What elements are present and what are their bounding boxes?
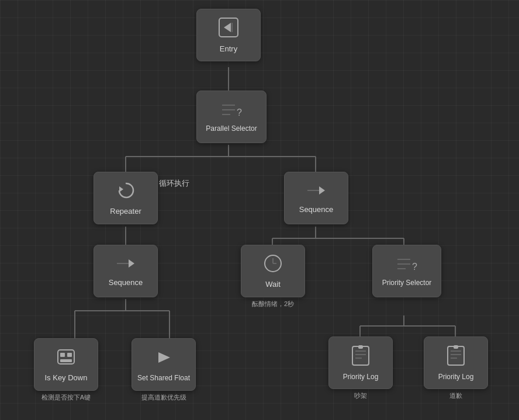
repeater-label: Repeater	[110, 207, 141, 216]
priority-log-2-icon	[447, 345, 465, 369]
set-shared-float-box[interactable]: Set Shared Float	[132, 338, 196, 391]
priority-selector-box[interactable]: ? Priority Selector	[372, 245, 441, 297]
priority-selector-label: Priority Selector	[382, 279, 432, 287]
priority-log-1-label: Priority Log	[343, 373, 379, 381]
parallel-selector-icon: ?	[221, 102, 242, 121]
repeater-node: Repeater	[94, 172, 158, 224]
priority-selector-node: ? Priority Selector	[372, 245, 441, 297]
entry-node: Entry	[196, 9, 261, 61]
is-key-down-icon	[56, 347, 76, 370]
priority-log-2-label: Priority Log	[438, 373, 474, 381]
wait-icon	[263, 254, 283, 276]
priority-log-1-box[interactable]: Priority Log	[328, 336, 393, 389]
set-shared-float-icon	[154, 348, 174, 370]
svg-rect-50	[358, 345, 363, 349]
is-key-down-node: Is Key Down 检测是否按下A键	[34, 338, 98, 402]
wait-label: Wait	[265, 280, 281, 289]
svg-text:?: ?	[237, 107, 242, 117]
sequence-right-label: Sequence	[299, 205, 334, 214]
entry-icon	[218, 17, 239, 41]
priority-log-2-sublabel: 道歉	[449, 391, 462, 400]
repeater-box[interactable]: Repeater	[94, 172, 158, 224]
entry-label: Entry	[220, 44, 237, 53]
svg-marker-23	[224, 23, 231, 32]
repeater-icon	[116, 181, 136, 203]
is-key-down-box[interactable]: Is Key Down	[34, 338, 98, 391]
svg-rect-51	[448, 346, 464, 365]
wait-box[interactable]: Wait	[241, 245, 305, 297]
svg-marker-29	[119, 186, 123, 192]
is-key-down-label: Is Key Down	[45, 373, 88, 382]
parallel-selector-node: ? Parallel Selector	[196, 91, 267, 143]
priority-log-1-icon	[351, 345, 370, 369]
svg-rect-46	[352, 346, 369, 365]
priority-log-1-sublabel: 吵架	[354, 391, 367, 400]
svg-marker-31	[129, 259, 134, 268]
svg-rect-43	[67, 353, 72, 357]
is-key-down-sublabel: 检测是否按下A键	[41, 393, 91, 402]
sequence-left-box[interactable]: Sequence	[94, 245, 158, 297]
svg-marker-45	[158, 352, 170, 363]
sequence-right-node: Sequence	[284, 172, 348, 224]
set-shared-float-label: Set Shared Float	[137, 374, 190, 382]
set-shared-float-sublabel: 提高道歉优先级	[141, 393, 186, 402]
entry-box[interactable]: Entry	[196, 9, 261, 61]
svg-marker-33	[319, 186, 325, 195]
wait-sublabel: 酝酿情绪，2秒	[252, 300, 294, 308]
priority-log-2-node: Priority Log 道歉	[424, 336, 488, 400]
sequence-right-icon	[306, 182, 326, 202]
parallel-selector-label: Parallel Selector	[206, 124, 257, 133]
svg-rect-42	[60, 353, 65, 357]
svg-rect-44	[60, 359, 72, 362]
loop-annotation: 循环执行	[159, 178, 189, 189]
parallel-selector-box[interactable]: ? Parallel Selector	[196, 91, 267, 143]
priority-selector-icon: ?	[396, 256, 417, 275]
set-shared-float-node: Set Shared Float 提高道歉优先级	[132, 338, 196, 402]
svg-rect-55	[454, 345, 458, 349]
wait-node: Wait 酝酿情绪，2秒	[241, 245, 305, 308]
sequence-left-icon	[116, 255, 136, 275]
sequence-left-node: Sequence	[94, 245, 158, 297]
sequence-left-label: Sequence	[109, 278, 143, 287]
svg-text:?: ?	[412, 262, 417, 272]
sequence-right-box[interactable]: Sequence	[284, 172, 348, 224]
priority-log-1-node: Priority Log 吵架	[328, 336, 393, 400]
priority-log-2-box[interactable]: Priority Log	[424, 336, 488, 389]
